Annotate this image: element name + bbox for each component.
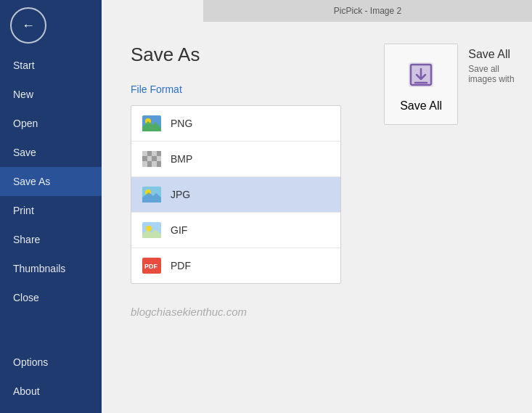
format-item-png[interactable]: PNG — [131, 106, 340, 142]
save-all-button[interactable]: Save All — [384, 44, 458, 125]
content-area: Save As File Format PNG — [102, 22, 372, 413]
svg-rect-14 — [152, 161, 157, 167]
pdf-icon: PDF — [142, 255, 162, 276]
sidebar: ← Start New Open Save Save As Print Shar… — [0, 0, 102, 413]
file-format-label: File Format — [131, 83, 351, 95]
gif-label: GIF — [171, 224, 187, 236]
format-item-bmp[interactable]: BMP — [131, 142, 340, 177]
app-title: PicPick - Image 2 — [334, 6, 401, 16]
format-item-pdf[interactable]: PDF PDF — [131, 248, 340, 283]
right-panel: Save All Save All Save all images with — [372, 22, 532, 413]
sidebar-item-new[interactable]: New — [0, 80, 102, 109]
jpg-label: JPG — [171, 189, 190, 200]
gif-icon — [142, 220, 162, 240]
sidebar-item-start[interactable]: Start — [0, 51, 102, 80]
svg-rect-9 — [152, 156, 157, 161]
sidebar-item-open[interactable]: Open — [0, 109, 102, 138]
svg-rect-5 — [147, 151, 152, 156]
svg-rect-12 — [142, 161, 147, 167]
svg-rect-10 — [157, 151, 161, 156]
svg-rect-7 — [142, 156, 147, 161]
format-item-jpg[interactable]: JPG — [131, 177, 340, 213]
back-icon: ← — [22, 18, 35, 33]
sidebar-item-close[interactable]: Close — [0, 283, 102, 312]
page-title: Save As — [131, 44, 351, 66]
watermark-text: blogchiasekienthuc.com — [131, 306, 351, 318]
bmp-icon — [142, 149, 162, 169]
sidebar-divider — [0, 312, 102, 348]
format-item-gif[interactable]: GIF — [131, 213, 340, 248]
png-icon — [142, 113, 162, 134]
svg-rect-13 — [147, 161, 152, 167]
format-list: PNG — [131, 105, 341, 284]
sidebar-item-thumbnails[interactable]: Thumbnails — [0, 254, 102, 283]
sidebar-item-about[interactable]: About — [0, 377, 102, 406]
svg-rect-8 — [147, 156, 152, 161]
save-all-icon — [402, 56, 440, 94]
svg-rect-4 — [142, 151, 147, 156]
back-button[interactable]: ← — [10, 7, 46, 44]
svg-rect-15 — [157, 161, 161, 167]
sidebar-item-save-as[interactable]: Save As — [0, 167, 102, 196]
sidebar-bottom: Options About — [0, 348, 102, 413]
main-area: PicPick - Image 2 Save As File Format PN… — [102, 0, 532, 413]
save-all-section: Save All Save All Save all images with — [384, 36, 520, 125]
save-all-desc: Save all images with — [468, 64, 520, 84]
svg-rect-6 — [152, 151, 157, 156]
svg-rect-11 — [157, 156, 161, 161]
sidebar-item-print[interactable]: Print — [0, 196, 102, 225]
sidebar-item-save[interactable]: Save — [0, 138, 102, 167]
bmp-label: BMP — [171, 153, 192, 165]
pdf-label: PDF — [171, 260, 191, 271]
sidebar-item-share[interactable]: Share — [0, 225, 102, 254]
save-all-card-label: Save All — [400, 99, 442, 113]
main-inner: Save As File Format PNG — [102, 22, 532, 413]
save-all-info: Save All Save all images with — [468, 44, 520, 84]
sidebar-item-options[interactable]: Options — [0, 348, 102, 377]
png-label: PNG — [171, 118, 192, 129]
jpg-icon — [142, 184, 162, 205]
sidebar-nav: Start New Open Save Save As Print Share … — [0, 51, 102, 413]
save-all-title: Save All — [468, 48, 520, 61]
topbar: PicPick - Image 2 — [203, 0, 532, 22]
svg-text:PDF: PDF — [144, 263, 158, 270]
